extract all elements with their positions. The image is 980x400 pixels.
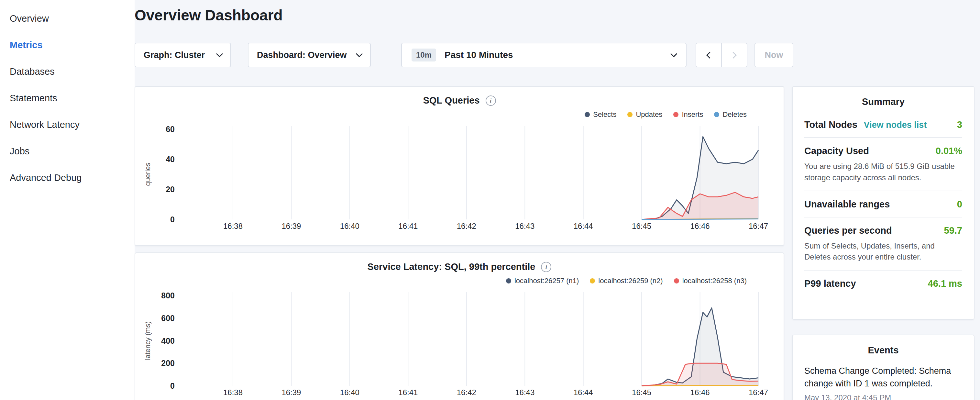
sidebar-item-statements[interactable]: Statements: [0, 85, 135, 112]
svg-text:16:40: 16:40: [340, 388, 360, 397]
summary-row-capacity-used: Capacity Used 0.01% You are using 28.6 M…: [804, 137, 962, 191]
summary-row-p99-latency: P99 latency 46.1 ms: [804, 270, 962, 296]
svg-text:20: 20: [165, 185, 175, 194]
summary-row-description: Sum of Selects, Updates, Inserts, and De…: [804, 241, 962, 263]
service-latency-chart-card: Service Latency: SQL, 99th percentile i …: [135, 252, 784, 400]
svg-text:16:41: 16:41: [398, 388, 418, 397]
svg-text:16:42: 16:42: [457, 222, 476, 230]
chart-title: Service Latency: SQL, 99th percentile: [368, 261, 535, 272]
svg-text:200: 200: [161, 359, 175, 368]
svg-text:16:39: 16:39: [282, 222, 301, 230]
legend-item: localhost:26257 (n1): [506, 277, 579, 285]
dashboard-dropdown-label: Dashboard: Overview: [257, 50, 347, 60]
view-nodes-link[interactable]: View nodes list: [864, 120, 927, 130]
svg-text:16:43: 16:43: [515, 388, 535, 397]
svg-text:16:42: 16:42: [457, 388, 476, 397]
svg-text:16:45: 16:45: [632, 222, 651, 230]
summary-row-value: 3: [957, 120, 962, 130]
time-window-label: Past 10 Minutes: [445, 50, 513, 60]
sql-queries-chart-card: SQL Queries i SelectsUpdatesInsertsDelet…: [135, 86, 784, 246]
chart-title: SQL Queries: [423, 95, 479, 106]
time-window-selector[interactable]: 10m Past 10 Minutes: [401, 43, 687, 67]
legend-item: Inserts: [673, 110, 703, 119]
legend-dot: [627, 112, 633, 117]
summary-row-value: 59.7: [944, 225, 962, 236]
svg-text:16:40: 16:40: [340, 222, 360, 230]
chevron-right-icon: [730, 51, 737, 58]
chevron-down-icon: [356, 50, 363, 57]
svg-text:400: 400: [161, 336, 175, 345]
sidebar-item-network-latency[interactable]: Network Latency: [0, 112, 135, 138]
info-icon[interactable]: i: [486, 96, 496, 106]
legend-item: localhost:26258 (n3): [674, 277, 747, 285]
next-window-button[interactable]: [721, 43, 747, 67]
svg-text:0: 0: [170, 381, 175, 390]
event-message: Schema Change Completed: Schema change w…: [804, 365, 962, 390]
legend-dot: [506, 278, 511, 284]
event-timestamp: May 13, 2020 at 4:45 PM: [804, 393, 962, 400]
svg-text:16:41: 16:41: [398, 222, 418, 230]
svg-text:16:38: 16:38: [223, 222, 243, 230]
svg-text:800: 800: [161, 291, 175, 300]
now-button[interactable]: Now: [754, 43, 793, 67]
svg-text:600: 600: [161, 314, 175, 323]
svg-text:16:43: 16:43: [515, 222, 535, 230]
chart-legend: localhost:26257 (n1)localhost:26259 (n2)…: [135, 276, 784, 287]
chevron-left-icon: [706, 51, 713, 58]
summary-row-value: 0: [957, 199, 962, 210]
legend-dot: [674, 278, 679, 284]
legend-item: Selects: [585, 110, 616, 119]
chart-plot[interactable]: 16:3816:3916:4016:4116:4216:4316:4416:45…: [135, 288, 784, 399]
summary-row-value: 46.1 ms: [928, 278, 962, 289]
svg-text:16:47: 16:47: [749, 388, 768, 397]
page-title: Overview Dashboard: [135, 6, 283, 24]
sidebar-item-jobs[interactable]: Jobs: [0, 138, 135, 164]
svg-text:latency (ms): latency (ms): [144, 321, 152, 360]
prev-window-button[interactable]: [696, 43, 721, 67]
svg-text:60: 60: [165, 124, 175, 134]
dashboard-dropdown[interactable]: Dashboard: Overview: [248, 43, 371, 67]
chevron-down-icon: [670, 50, 677, 57]
legend-dot: [590, 278, 595, 284]
summary-row-label: Capacity Used: [804, 146, 869, 156]
summary-row-value: 0.01%: [935, 146, 962, 156]
chart-plot[interactable]: 16:3816:3916:4016:4116:4216:4316:4416:45…: [135, 121, 784, 233]
info-icon[interactable]: i: [541, 262, 551, 272]
graph-dropdown-label: Graph: Cluster: [144, 50, 205, 60]
sidebar: Overview Metrics Databases Statements Ne…: [0, 0, 135, 400]
summary-row-label: Total Nodes: [804, 120, 858, 130]
svg-text:0: 0: [170, 215, 175, 224]
event-list-item[interactable]: Schema Change Completed: Schema change w…: [804, 365, 962, 400]
sidebar-item-advanced-debug[interactable]: Advanced Debug: [0, 164, 135, 191]
summary-row-label: Unavailable ranges: [804, 199, 890, 210]
sidebar-item-metrics[interactable]: Metrics: [0, 32, 135, 58]
svg-text:16:47: 16:47: [749, 222, 768, 230]
legend-item: Deletes: [714, 110, 747, 119]
svg-text:16:44: 16:44: [574, 222, 593, 230]
summary-row-unavailable-ranges: Unavailable ranges 0: [804, 191, 962, 217]
sidebar-item-databases[interactable]: Databases: [0, 58, 135, 85]
graph-dropdown[interactable]: Graph: Cluster: [135, 43, 231, 67]
svg-text:16:44: 16:44: [574, 388, 593, 397]
svg-text:16:46: 16:46: [690, 222, 710, 230]
summary-title: Summary: [793, 87, 974, 112]
time-window-badge: 10m: [412, 49, 436, 62]
legend-dot: [714, 112, 719, 117]
svg-text:40: 40: [165, 155, 175, 164]
sidebar-item-overview[interactable]: Overview: [0, 5, 135, 32]
svg-text:16:38: 16:38: [223, 388, 243, 397]
legend-item: Updates: [627, 110, 662, 119]
summary-row-label: Queries per second: [804, 225, 892, 236]
events-title: Events: [793, 335, 974, 360]
summary-row-description: You are using 28.6 MiB of 515.9 GiB usab…: [804, 161, 962, 183]
svg-text:queries: queries: [144, 163, 152, 186]
summary-row-queries-per-second: Queries per second 59.7 Sum of Selects, …: [804, 217, 962, 270]
legend-dot: [673, 112, 678, 117]
legend-item: localhost:26259 (n2): [590, 277, 663, 285]
events-panel: Events Schema Change Completed: Schema c…: [792, 335, 975, 400]
chevron-down-icon: [216, 50, 223, 57]
summary-row-total-nodes: Total Nodes View nodes list 3: [804, 112, 962, 137]
time-window-nav: [695, 43, 748, 67]
svg-text:16:46: 16:46: [690, 388, 710, 397]
summary-panel: Summary Total Nodes View nodes list 3 Ca…: [792, 86, 975, 320]
